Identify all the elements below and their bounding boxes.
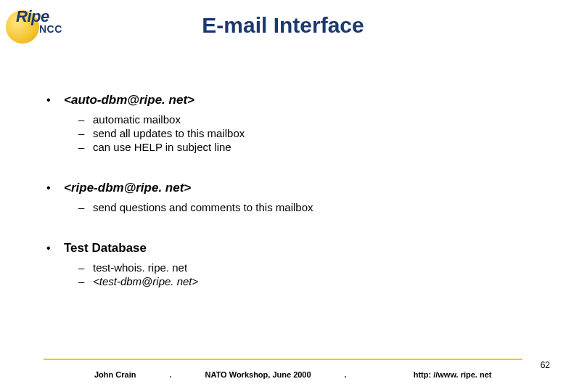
bullet-row: • <ripe-dbm@ripe. net> [44, 181, 522, 195]
sub-item: – <test-dbm@ripe. net> [78, 275, 522, 287]
page-number: 62 [541, 360, 550, 370]
sub-item: – can use HELP in subject line [78, 141, 522, 153]
bullet-icon: • [44, 94, 64, 107]
sub-item: – send all updates to this mailbox [78, 127, 522, 139]
footer-separator: . [345, 370, 347, 379]
dash-icon: – [78, 201, 93, 213]
sub-text: send questions and comments to this mail… [93, 201, 313, 213]
footer-divider [44, 359, 522, 360]
footer-separator: . [169, 370, 171, 379]
sub-item: – send questions and comments to this ma… [78, 201, 522, 213]
sub-text: automatic mailbox [93, 113, 181, 126]
dash-icon: – [78, 141, 93, 153]
footer-url: http: //www. ripe. net [414, 370, 492, 379]
section-heading: Test Database [64, 241, 147, 256]
sub-text: <test-dbm@ripe. net> [93, 275, 198, 287]
bullet-row: • <auto-dbm@ripe. net> [44, 93, 522, 107]
section-ripe-dbm: • <ripe-dbm@ripe. net> – send questions … [44, 181, 522, 213]
bullet-icon: • [44, 181, 64, 195]
slide-footer: John Crain . NATO Workshop, June 2000 . … [44, 370, 522, 379]
section-heading: <ripe-dbm@ripe. net> [64, 181, 191, 195]
sub-text: test-whois. ripe. net [93, 261, 187, 274]
sub-text: can use HELP in subject line [93, 141, 231, 153]
dash-icon: – [78, 275, 93, 287]
sub-text: send all updates to this mailbox [93, 127, 245, 139]
dash-icon: – [78, 261, 93, 274]
slide-content: • <auto-dbm@ripe. net> – automatic mailb… [44, 93, 522, 315]
footer-event: NATO Workshop, June 2000 [205, 370, 311, 379]
bullet-row: • Test Database [44, 241, 522, 256]
slide-title: E-mail Interface [0, 13, 566, 38]
dash-icon: – [78, 113, 93, 126]
sub-item: – test-whois. ripe. net [78, 261, 522, 274]
section-auto-dbm: • <auto-dbm@ripe. net> – automatic mailb… [44, 93, 522, 153]
footer-author: John Crain [94, 370, 136, 379]
dash-icon: – [78, 127, 93, 139]
section-heading: <auto-dbm@ripe. net> [64, 93, 194, 107]
bullet-icon: • [44, 242, 64, 255]
section-test-database: • Test Database – test-whois. ripe. net … [44, 241, 522, 287]
sub-item: – automatic mailbox [78, 113, 522, 126]
